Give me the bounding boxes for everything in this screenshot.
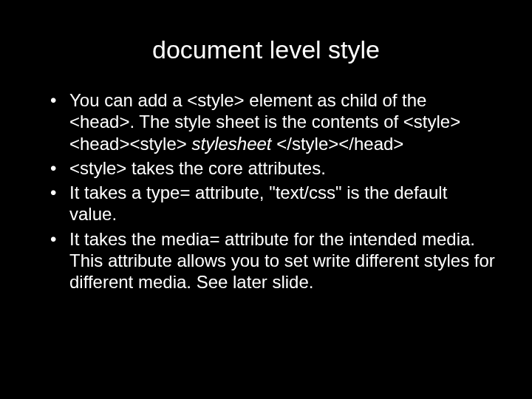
list-item: You can add a <style> element as child o… xyxy=(50,89,497,154)
bullet-list: You can add a <style> element as child o… xyxy=(35,89,497,293)
list-item: <style> takes the core attributes. xyxy=(50,157,497,179)
list-item: It takes a type= attribute, "text/css" i… xyxy=(50,182,497,225)
slide: document level style You can add a <styl… xyxy=(0,0,532,399)
slide-title: document level style xyxy=(35,35,497,64)
list-item: It takes the media= attribute for the in… xyxy=(50,228,497,293)
